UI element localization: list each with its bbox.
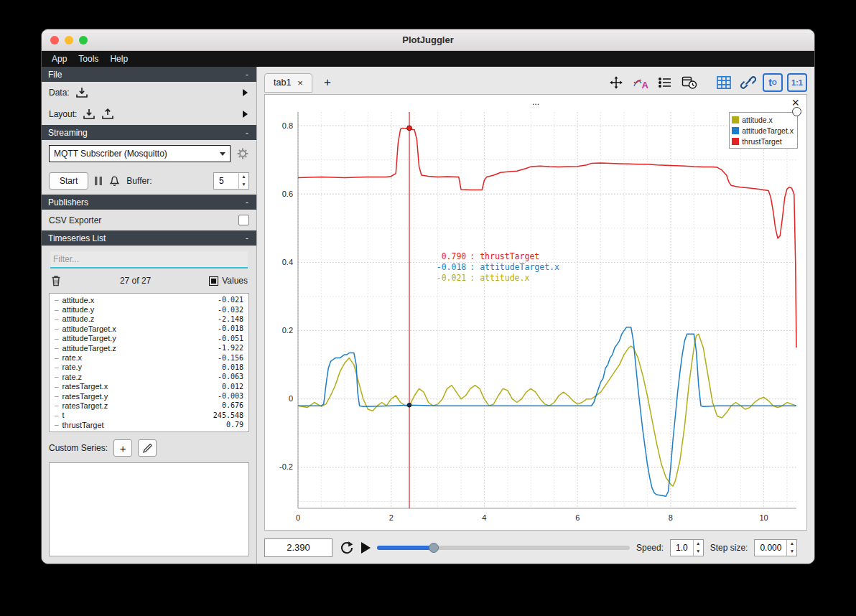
timeseries-value: -2.148 xyxy=(218,315,243,323)
timeseries-item[interactable]: –attitude.y-0.032 xyxy=(50,304,248,314)
section-streaming-header[interactable]: Streaming - xyxy=(42,125,256,140)
custom-series-panel[interactable] xyxy=(49,462,249,556)
timeseries-name: ratesTarget.x xyxy=(62,382,108,391)
timeseries-value: 0.676 xyxy=(222,401,243,409)
legend-toggle-circle[interactable] xyxy=(792,107,801,116)
timeseries-item[interactable]: –ratesTarget.y-0.003 xyxy=(50,391,248,401)
start-streaming-button[interactable]: Start xyxy=(49,172,88,190)
add-custom-series-button[interactable]: + xyxy=(113,439,132,457)
section-timeseries-header[interactable]: Timeseries List - xyxy=(42,230,256,246)
timeseries-value: -0.063 xyxy=(218,373,243,381)
tree-branch: – xyxy=(55,383,59,391)
streaming-source-select[interactable]: MQTT Subscriber (Mosquitto) xyxy=(49,145,231,162)
csv-exporter-row: CSV Exporter xyxy=(42,210,256,230)
speed-down-arrow[interactable]: ▼ xyxy=(694,548,703,556)
buffer-up-arrow[interactable]: ▲ xyxy=(239,173,248,181)
timeseries-filter-input[interactable] xyxy=(50,251,248,269)
minimize-window-button[interactable] xyxy=(65,36,73,45)
svg-text:-0.021: -0.021 xyxy=(437,273,467,283)
timeseries-value: -0.156 xyxy=(218,354,243,362)
tab-close-icon[interactable]: × xyxy=(297,78,303,88)
timeseries-list[interactable]: –attitude.x-0.021–attitude.y-0.032–attit… xyxy=(49,293,249,432)
menu-help[interactable]: Help xyxy=(104,52,134,65)
save-layout-icon[interactable] xyxy=(101,108,114,120)
tree-branch: – xyxy=(55,315,59,323)
layout-menu-arrow[interactable] xyxy=(243,111,248,118)
streaming-settings-gear-icon[interactable] xyxy=(236,147,249,160)
timeseries-item[interactable]: –attitudeTarget.z-1.922 xyxy=(50,343,248,353)
curve-style-icon[interactable]: A xyxy=(631,73,651,92)
timeseries-item[interactable]: –attitudeTarget.y-0.051 xyxy=(50,334,248,343)
timeseries-item[interactable]: –attitude.x-0.021 xyxy=(50,295,248,304)
load-data-icon[interactable] xyxy=(75,87,88,98)
streaming-controls-row: Start Buffer: 5 ▲▼ xyxy=(42,167,256,195)
timeseries-item[interactable]: –ratesTarget.x0.012 xyxy=(50,382,248,391)
section-publishers-header[interactable]: Publishers - xyxy=(42,195,256,210)
trash-icon[interactable] xyxy=(50,274,62,287)
timeseries-item[interactable]: –attitudeTarget.x-0.018 xyxy=(50,324,248,333)
pan-zoom-icon[interactable] xyxy=(606,73,626,92)
timeseries-item[interactable]: –thrustTarget0.79 xyxy=(50,420,248,429)
grid-layout-icon[interactable] xyxy=(714,73,734,92)
section-publishers-title: Publishers xyxy=(48,197,88,207)
maximize-window-button[interactable] xyxy=(79,36,88,45)
values-checkbox-icon xyxy=(209,276,218,286)
timeseries-name: thrustTarget xyxy=(62,421,104,429)
menu-tools[interactable]: Tools xyxy=(73,52,104,65)
time-offset-icon[interactable]: tO xyxy=(763,73,783,92)
loop-icon[interactable] xyxy=(339,541,355,555)
collapse-publishers-button[interactable]: - xyxy=(244,197,250,207)
section-timeseries-title: Timeseries List xyxy=(48,233,106,243)
timeseries-item[interactable]: –t245.548 xyxy=(50,411,248,420)
play-button[interactable] xyxy=(361,542,371,554)
legend[interactable]: attitude.xattitudeTarget.xthrustTarget xyxy=(729,112,798,149)
buffer-down-arrow[interactable]: ▼ xyxy=(239,181,248,189)
data-menu-arrow[interactable] xyxy=(243,89,248,96)
tree-branch: – xyxy=(55,411,59,419)
speed-spinbox[interactable]: 1.0 ▲▼ xyxy=(670,539,704,556)
timeseries-item[interactable]: –ratesTarget.z0.676 xyxy=(50,401,248,410)
close-window-button[interactable] xyxy=(50,36,59,45)
collapse-timeseries-button[interactable]: - xyxy=(244,233,250,243)
buffer-value: 5 xyxy=(214,173,238,189)
datetime-icon[interactable] xyxy=(679,73,699,92)
legend-item[interactable]: attitudeTarget.x xyxy=(732,125,794,136)
plot-title[interactable]: ... xyxy=(265,97,806,107)
collapse-file-button[interactable]: - xyxy=(244,69,250,80)
pause-icon[interactable] xyxy=(94,176,103,186)
timeseries-item[interactable]: –rate.x-0.156 xyxy=(50,353,248,362)
playback-bar: 2.390 Speed: 1.0 ▲▼ Step size: 0.000 ▲▼ xyxy=(264,531,807,558)
add-tab-button[interactable]: + xyxy=(321,75,334,90)
section-file-header[interactable]: File - xyxy=(42,67,256,82)
collapse-streaming-button[interactable]: - xyxy=(244,127,250,138)
values-toggle[interactable]: Values xyxy=(209,276,248,286)
time-slider[interactable] xyxy=(377,541,630,555)
csv-exporter-checkbox[interactable] xyxy=(238,215,249,225)
timeseries-name: attitude.y xyxy=(62,305,95,314)
legend-item[interactable]: thrustTarget xyxy=(732,136,794,146)
ratio-1-1-icon[interactable]: 1:1 xyxy=(787,73,807,92)
legend-item[interactable]: attitude.x xyxy=(732,114,794,125)
tab-tab1[interactable]: tab1 × xyxy=(264,73,312,93)
plot-area[interactable]: 0246810-0.200.20.40.60.80.790: thrustTar… xyxy=(264,94,807,531)
timeseries-name: ratesTarget.y xyxy=(62,392,108,401)
buffer-spinbox[interactable]: 5 ▲▼ xyxy=(213,172,249,190)
load-layout-icon[interactable] xyxy=(83,108,96,120)
values-label: Values xyxy=(222,276,248,286)
timeseries-item[interactable]: –rate.z-0.063 xyxy=(50,372,248,381)
slider-handle[interactable] xyxy=(429,543,439,553)
tab-label: tab1 xyxy=(274,78,291,88)
edit-custom-series-button[interactable] xyxy=(138,439,157,457)
notifications-bell-icon[interactable] xyxy=(108,175,121,187)
step-size-spinbox[interactable]: 0.000 ▲▼ xyxy=(754,539,797,556)
current-time-display[interactable]: 2.390 xyxy=(264,538,332,557)
slider-track[interactable] xyxy=(377,546,630,550)
timeseries-item[interactable]: –rate.y0.018 xyxy=(50,363,248,372)
timeseries-item[interactable]: –attitude.z-2.148 xyxy=(50,314,248,324)
curve-list-icon[interactable] xyxy=(655,73,675,92)
step-down-arrow[interactable]: ▼ xyxy=(787,548,796,556)
step-up-arrow[interactable]: ▲ xyxy=(787,540,796,548)
speed-up-arrow[interactable]: ▲ xyxy=(694,540,703,548)
link-axes-icon[interactable] xyxy=(738,73,758,92)
menu-app[interactable]: App xyxy=(46,52,73,65)
